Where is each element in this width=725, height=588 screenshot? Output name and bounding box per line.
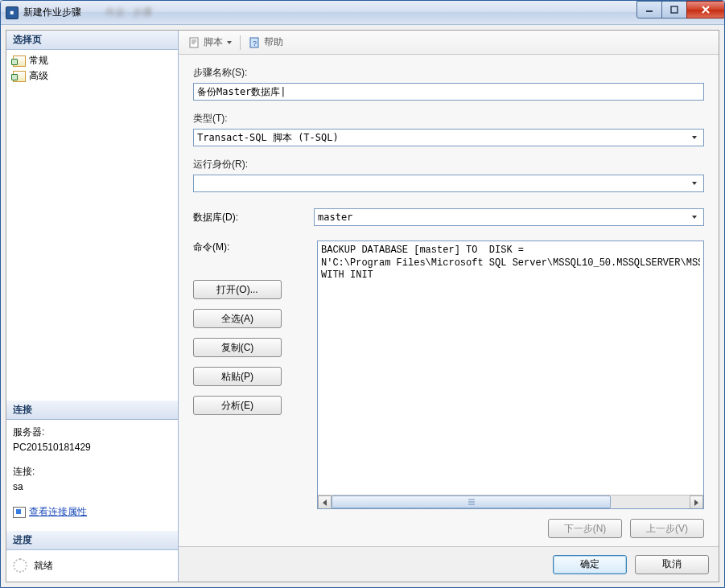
command-area: 命令(M): 打开(O)... 全选(A) 复制(C) 粘贴(P) 分析(E) … [193,241,704,538]
close-icon [701,6,711,14]
page-item-general[interactable]: 常规 [6,53,178,68]
window-title: 新建作业步骤 [23,6,81,19]
chevron-down-icon [687,211,700,224]
select-page-header: 选择页 [6,31,178,50]
chevron-down-icon [687,177,700,190]
command-text: BACKUP DATABASE [master] TO DISK = N'C:\… [321,245,700,492]
page-item-advanced[interactable]: 高级 [6,68,178,84]
database-label: 数据库(D): [193,211,306,224]
minimize-button[interactable] [636,1,662,19]
scroll-track[interactable] [332,495,690,508]
dialog-button-bar: 确定 取消 [179,546,719,582]
page-icon [13,71,26,82]
command-textarea[interactable]: BACKUP DATABASE [master] TO DISK = N'C:\… [317,241,704,509]
content-area: 选择页 常规 高级 连接 服务器: PC2015 [6,30,719,582]
progress-section: 进度 就绪 [6,531,178,582]
form-area: 步骤名称(S): 类型(T): Transact-SQL 脚本 (T-SQL) … [179,55,719,546]
command-right-col: BACKUP DATABASE [master] TO DISK = N'C:\… [317,241,704,538]
next-button[interactable]: 下一步(N) [548,519,622,538]
svg-rect-2 [190,38,198,47]
connection-section: 连接 服务器: PC201510181429 连接: sa 查看连接属性 [6,401,178,531]
help-label: 帮助 [264,35,283,49]
script-label: 脚本 [204,35,223,49]
maximize-icon [670,6,678,14]
database-value: master [318,212,687,223]
svg-rect-0 [646,10,653,12]
command-left-col: 命令(M): 打开(O)... 全选(A) 复制(C) 粘贴(P) 分析(E) [193,241,306,538]
toolbar: 脚本 ? 帮助 [179,31,719,55]
step-name-input[interactable] [193,83,704,101]
left-panel: 选择页 常规 高级 连接 服务器: PC2015 [6,31,179,582]
conn-label: 连接: [13,464,171,479]
parse-button[interactable]: 分析(E) [193,396,282,415]
page-item-label: 常规 [29,54,48,68]
open-button[interactable]: 打开(O)... [193,280,282,299]
properties-icon [13,507,26,518]
window-controls [637,1,725,19]
command-label: 命令(M): [193,241,306,254]
scroll-left-button[interactable] [318,495,332,509]
help-icon: ? [249,36,262,49]
page-item-label: 高级 [29,69,48,83]
ok-button[interactable]: 确定 [553,555,627,574]
arrow-left-icon [323,500,327,506]
type-combobox[interactable]: Transact-SQL 脚本 (T-SQL) [193,129,704,146]
progress-header: 进度 [6,531,178,550]
page-list: 常规 高级 [6,50,178,87]
close-button[interactable] [686,1,725,19]
scroll-right-button[interactable] [690,495,703,509]
type-label: 类型(T): [193,112,704,125]
script-icon [188,36,201,49]
chevron-down-icon [687,131,700,144]
chevron-down-icon [227,41,232,44]
minimize-icon [645,6,653,14]
script-dropdown[interactable]: 脚本 [185,34,235,51]
svg-text:?: ? [253,39,257,47]
arrow-right-icon [694,500,698,506]
connection-header: 连接 [6,401,178,420]
help-button[interactable]: ? 帮助 [245,34,286,51]
svg-rect-1 [671,6,678,13]
progress-status: 就绪 [34,558,53,574]
cancel-button[interactable]: 取消 [635,555,709,574]
prev-button[interactable]: 上一步(V) [630,519,704,538]
run-as-combobox[interactable] [193,175,704,192]
database-row: 数据库(D): master [193,208,704,226]
scroll-thumb[interactable] [332,495,611,508]
server-value: PC201510181429 [13,440,171,455]
type-value: Transact-SQL 脚本 (T-SQL) [197,131,687,145]
dialog-window: ■ 新建作业步骤 作业 · 步骤 选择页 常规 [0,0,725,588]
maximize-button[interactable] [661,1,687,19]
step-name-label: 步骤名称(S): [193,66,704,80]
right-panel: 脚本 ? 帮助 步骤名称(S): 类型(T): Transact-S [179,31,719,582]
conn-value: sa [13,479,171,495]
select-all-button[interactable]: 全选(A) [193,309,282,328]
copy-button[interactable]: 复制(C) [193,338,282,357]
view-connection-properties-link[interactable]: 查看连接属性 [13,504,87,520]
titlebar[interactable]: ■ 新建作业步骤 作业 · 步骤 [1,1,724,25]
window-body: 选择页 常规 高级 连接 服务器: PC2015 [1,25,724,587]
page-icon [13,56,26,67]
database-combobox[interactable]: master [314,208,704,226]
app-icon: ■ [6,6,19,19]
step-nav-buttons: 下一步(N) 上一步(V) [317,509,704,538]
horizontal-scrollbar[interactable] [318,495,703,508]
view-conn-props-label: 查看连接属性 [29,504,87,520]
run-as-label: 运行身份(R): [193,158,704,171]
title-extra: 作业 · 步骤 [105,6,152,19]
progress-spinner-icon [13,558,27,573]
paste-button[interactable]: 粘贴(P) [193,367,282,386]
server-label: 服务器: [13,425,171,440]
